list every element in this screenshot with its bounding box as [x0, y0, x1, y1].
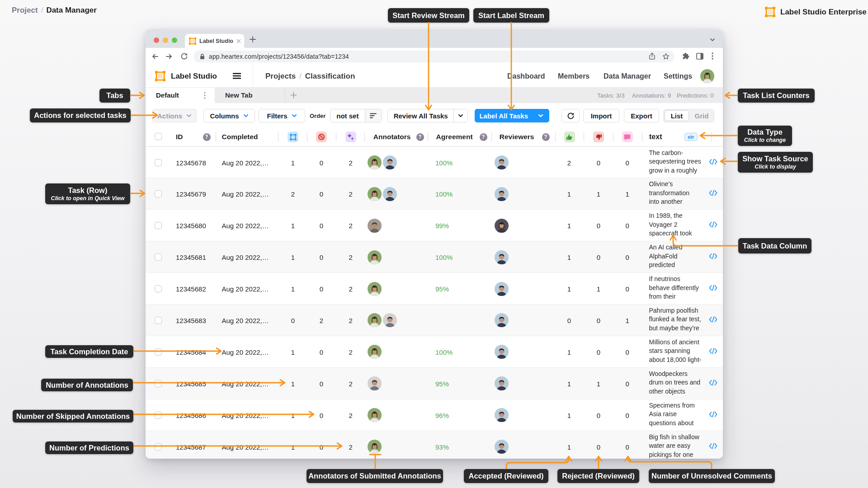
- nav-members[interactable]: Members: [558, 72, 590, 80]
- cell-annotators[interactable]: [368, 440, 382, 454]
- cell-annotators[interactable]: [368, 313, 397, 327]
- breadcrumb-section[interactable]: Project: [12, 6, 38, 14]
- browser-menu-kebab-icon[interactable]: [712, 52, 713, 60]
- row-checkbox[interactable]: [155, 190, 162, 197]
- table-row[interactable]: 12345678 Aug 20 2022,… 1 0 2 100%: [146, 147, 723, 178]
- label-studio-logo-icon[interactable]: [155, 71, 165, 81]
- help-icon[interactable]: ?: [480, 133, 487, 141]
- row-checkbox[interactable]: [155, 443, 162, 450]
- reload-icon[interactable]: [180, 52, 188, 60]
- col-text[interactable]: text: [649, 133, 662, 141]
- nav-settings[interactable]: Settings: [664, 72, 692, 80]
- row-checkbox[interactable]: [155, 253, 162, 261]
- traffic-light-zoom[interactable]: [172, 38, 177, 43]
- row-checkbox[interactable]: [155, 159, 162, 166]
- bounding-box-icon[interactable]: [288, 131, 298, 142]
- col-completed[interactable]: Completed: [222, 133, 258, 141]
- show-source-code-icon[interactable]: [709, 442, 717, 450]
- browser-tab[interactable]: Label Studio: [185, 34, 244, 48]
- hamburger-menu-icon[interactable]: [232, 73, 241, 79]
- back-icon[interactable]: [151, 53, 159, 60]
- show-source-code-icon[interactable]: [709, 316, 717, 323]
- user-avatar[interactable]: [700, 69, 714, 83]
- cell-annotators[interactable]: [368, 250, 382, 264]
- review-dropdown-chevron[interactable]: [454, 109, 467, 122]
- columns-button[interactable]: Columns: [203, 109, 255, 122]
- table-row[interactable]: 12345681 Aug 20 2022,… 1 0 2 100% 1 0 0 …: [146, 241, 723, 273]
- import-button[interactable]: Import: [583, 109, 619, 122]
- url-bar[interactable]: app.heartex.com/projects/123456/data?tab…: [193, 51, 675, 62]
- label-dropdown-chevron[interactable]: [532, 109, 549, 122]
- cell-reviewers[interactable]: [495, 313, 509, 327]
- sidebar-icon[interactable]: [696, 53, 703, 60]
- table-row[interactable]: 12345687 Aug 20 2022,… 1 0 2 93% 1 0 0 B…: [146, 431, 723, 459]
- row-checkbox[interactable]: [155, 412, 162, 419]
- view-grid-button[interactable]: Grid: [689, 110, 714, 121]
- table-row[interactable]: 12345680 Aug 20 2022,… 1 0 2 99% 1 0 0 I…: [146, 210, 723, 241]
- data-type-badge[interactable]: str: [684, 133, 698, 141]
- actions-button[interactable]: Actions: [152, 109, 197, 122]
- row-checkbox[interactable]: [155, 348, 162, 356]
- cancel-icon[interactable]: [316, 131, 327, 142]
- row-checkbox[interactable]: [155, 222, 162, 229]
- table-row[interactable]: 12345686 Aug 20 2022,… 1 0 2 96% 1 0 0 S…: [146, 399, 723, 431]
- show-source-code-icon[interactable]: [709, 347, 717, 355]
- thumb-down-icon[interactable]: [593, 131, 604, 142]
- new-tab-plus-icon[interactable]: [250, 36, 256, 42]
- help-icon[interactable]: ?: [203, 133, 211, 141]
- cell-reviewers[interactable]: [495, 408, 509, 422]
- help-icon[interactable]: ?: [542, 133, 550, 141]
- table-row[interactable]: 12345685 Aug 20 2022,… 1 0 2 95% 1 1 0 W…: [146, 368, 723, 399]
- label-all-tasks-button[interactable]: Label All Tasks: [475, 109, 549, 122]
- table-row[interactable]: 12345682 Aug 20 2022,… 1 0 2 95% 1 1 0 I…: [146, 273, 723, 305]
- show-source-code-icon[interactable]: [709, 221, 717, 228]
- share-icon[interactable]: [648, 52, 656, 60]
- show-source-code-icon[interactable]: [709, 411, 717, 418]
- table-row[interactable]: 12345684 Aug 20 2022,… 1 0 2 100% 1 0 0 …: [146, 336, 723, 368]
- help-icon[interactable]: ?: [416, 133, 424, 141]
- cell-reviewers[interactable]: [495, 187, 509, 201]
- cell-reviewers[interactable]: [495, 440, 509, 454]
- url-text[interactable]: app.heartex.com/projects/123456/data?tab…: [209, 53, 349, 60]
- cell-reviewers[interactable]: [495, 282, 509, 296]
- cell-annotators[interactable]: [368, 282, 382, 296]
- forward-icon[interactable]: [165, 53, 173, 60]
- bookmark-star-icon[interactable]: [662, 53, 670, 60]
- sparkles-icon[interactable]: [345, 131, 356, 142]
- tab-default[interactable]: Default: [146, 88, 215, 103]
- col-reviewers[interactable]: Reviewers: [500, 133, 534, 141]
- sort-order-icon-button[interactable]: [365, 109, 382, 122]
- cell-annotators[interactable]: [368, 345, 382, 359]
- select-all-checkbox[interactable]: [155, 133, 162, 140]
- col-id[interactable]: ID: [176, 133, 183, 141]
- row-checkbox[interactable]: [155, 317, 162, 324]
- export-button[interactable]: Export: [624, 109, 659, 122]
- comment-icon[interactable]: [622, 131, 633, 142]
- show-source-code-icon[interactable]: [709, 158, 717, 165]
- cell-annotators[interactable]: [368, 376, 382, 390]
- tab-options-kebab-icon[interactable]: [204, 91, 206, 99]
- col-agreement[interactable]: Agreement: [436, 133, 473, 141]
- breadcrumb-projects[interactable]: Projects: [265, 72, 296, 80]
- extensions-puzzle-icon[interactable]: [682, 52, 689, 60]
- add-tab-plus-icon[interactable]: [290, 92, 297, 99]
- traffic-light-close[interactable]: [154, 38, 159, 43]
- traffic-light-minimize[interactable]: [163, 38, 168, 43]
- show-source-code-icon[interactable]: [709, 253, 717, 260]
- show-source-code-icon[interactable]: [709, 189, 717, 197]
- breadcrumb-classification[interactable]: Classification: [305, 72, 355, 80]
- show-source-code-icon[interactable]: [709, 379, 717, 386]
- tab-new-tab[interactable]: New Tab: [225, 91, 253, 99]
- app-brand[interactable]: Label Studio: [171, 72, 217, 81]
- tab-search-chevron-icon[interactable]: [710, 38, 715, 42]
- row-checkbox[interactable]: [155, 285, 162, 292]
- order-button[interactable]: not set: [330, 109, 382, 122]
- cell-annotators[interactable]: [368, 187, 397, 201]
- cell-reviewers[interactable]: [495, 155, 509, 169]
- cell-reviewers[interactable]: [495, 345, 509, 359]
- cell-annotators[interactable]: [368, 155, 397, 169]
- cell-reviewers[interactable]: [495, 250, 509, 264]
- review-all-tasks-button[interactable]: Review All Tasks: [387, 109, 468, 122]
- thumb-up-icon[interactable]: [564, 131, 575, 142]
- view-list-button[interactable]: List: [665, 110, 689, 121]
